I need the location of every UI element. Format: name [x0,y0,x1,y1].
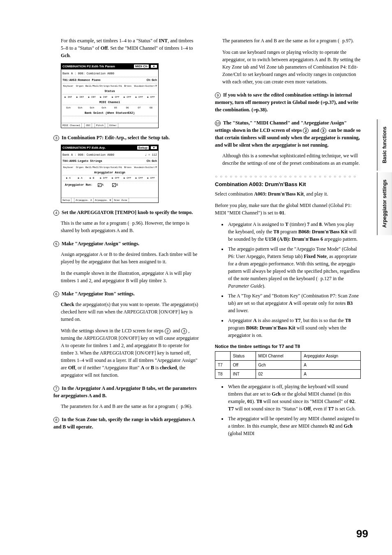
intro-paragraph: For this example, set timbres 1–4 to a "… [61,37,199,59]
step-number-icon: 6 [53,291,59,297]
right-p3: Although this is a somewhat sophisticate… [222,152,361,167]
col-arp-assign: Arpeggiator Assign [301,352,361,361]
step-4: 4 Set the ARPEGGIATOR [TEMPO] knob to sp… [53,209,199,216]
step-10: 10 The "Status," "MIDI Channel" and "Arp… [215,119,361,149]
lcd-midich-label: MIDI Channel [62,100,157,105]
col-midi-channel: MIDI Channel [256,352,301,361]
step-number-icon: 9 [215,92,221,98]
intro-text: . [69,53,71,58]
lcd-instr-row: KeyboarOrganBell/MallStringsVocal/AiBras… [62,83,157,89]
lcd-screenshot-p7: COMBINATION P7:Edit-Arp. Setup ▼ Bank A … [61,145,159,203]
list-item: The A "Top Key" and "Bottom Key" (Combin… [227,292,361,314]
step-number-icon: 3 [53,135,59,141]
step-3-text: In Combination P7: Edit-Arp., select the… [62,135,170,140]
lcd-instr-row: KeyboarOrganBell/MallStringsVocal/AiBras… [62,164,157,170]
sub-heading: Notice the timbre settings for T7 and T8 [215,343,361,350]
lcd-status-row: ▶ INT▶ INT▶ INT▶ INT▶ Off▶ Off▶ Off▶ Off [62,94,157,100]
step-5-p2: In the example shown in the illustration… [61,269,199,284]
side-tab-basic-functions: Basic functions [377,119,392,170]
lcd-t01: T01:A053:Romance Piano [62,78,100,83]
list-item: The arpeggiator will be operated by any … [227,415,361,437]
reference-icon: ☞ [339,39,342,43]
col-status: Status [230,352,256,361]
lcd-tabs: SetupArpeggia. AArpeggia. BScan Zone [61,198,158,203]
reference-icon: ☞ [178,405,181,409]
lcd-title: COMBINATION P7:Edit-Arp. [62,145,106,150]
timbre-settings-table: Status MIDI Channel Arpeggiator Assign T… [215,351,361,379]
step-7: 7 In the Arpeggiator A and Arpeggiator B… [53,385,199,399]
step-number-icon: 2 [303,128,309,134]
reference-icon: ☞ [318,277,321,281]
side-tab-arpeggiator-settings: Arpeggiator settings [377,172,392,235]
lcd-run-label: Arpeggiator Run: [65,183,92,187]
table-header-row: Status MIDI Channel Arpeggiator Assign [215,352,361,361]
step-number-icon: 10 [215,120,221,126]
step-number-icon: 5 [53,241,59,247]
step-5-p1: Assign arpeggiator A or B to the desired… [61,251,199,265]
dropdown-icon: ▼ [151,146,157,149]
right-column: The parameters for A and B are the same … [215,37,361,441]
lcd-status-label: Status [62,89,157,94]
step-9-text: If you wish to save the edited combinati… [215,92,358,113]
dropdown-icon: ▼ [151,65,157,68]
list-item: Arpeggiator A is also assigned to T7, bu… [227,317,361,339]
right-p2: You can use keyboard ranges or playing v… [222,48,361,85]
lcd-screenshot-p2: COMBINATION P2:Edit-Trk Param MIDI Ch ▼ … [61,63,159,128]
lcd-row: T01:A053:Romance Piano Ch:Gch [62,77,157,83]
checkbox-a-icon [98,183,101,187]
step-4-text: Set the ARPEGGIATOR [TEMPO] knob to spec… [62,210,193,215]
step-7-text: In the Arpeggiator A and Arpeggiator B t… [53,385,197,398]
intro-int: INT [159,38,168,44]
lcd-t04: T04:A005:Legato Strings [62,159,102,164]
checkbox-b-icon [112,183,116,187]
bullet-list-1: Arpeggiator A is assigned to T (timbre) … [227,221,361,339]
reference-icon: ☞ [129,221,132,226]
step-8-text: In the Scan Zone tab, specify the range … [53,417,195,430]
lcd-midich-row: GchGchGchGch05060708 [62,105,157,111]
right-p1: The parameters for A and B are the same … [222,37,361,44]
section-heading: Combination A003: Drum'n'Bass Kit [215,180,361,189]
lcd-assign-label: Arpeggiator Assign [62,170,157,175]
bullet-list-2: When the arpeggiator is off, playing the… [227,383,361,437]
step-4-detail: This is the same as for a program (☞p.96… [61,219,199,234]
step-number-icon: 8 [53,417,59,423]
intro-off: Off [101,45,108,51]
lcd-tempo: ♩ = 112 [145,153,157,157]
list-item: The arpeggio pattern will use the "Arpeg… [227,245,361,290]
step-number-icon: 4 [53,210,59,216]
lcd-tab-label: Setup [137,145,149,150]
reference-icon: ☞ [253,108,256,112]
lcd-banksel-label: Bank Select (When Status=EX2) [62,111,157,116]
step-7-detail: The parameters for A and B are the same … [61,403,199,410]
step-6-p1: Check the arpeggiator(s) that you want t… [61,301,199,323]
lcd-assign-row: ▶ A▶ A▶ B▶ Off▶ Off▶ Off▶ Off▶ Off [62,175,157,181]
intro-text: For this example, set timbres 1–4 to a "… [61,38,159,44]
step-8: 8 In the Scan Zone tab, specify the rang… [53,416,199,431]
lcd-tabs: MIDI ChannelOSCPitchOther [61,123,158,128]
step-10-text: The "Status," "MIDI Channel" and "Arpegg… [215,120,360,148]
right-p4: Select combination A003: Drum'n'Bass Kit… [215,190,361,198]
lcd-bank-line: Bank A : 000: Combination A000 [62,153,114,157]
list-item: Arpeggiator A is assigned to T (timbre) … [227,221,361,243]
step-9: 9 If you wish to save the edited combina… [215,91,361,113]
step-3: 3 In Combination P7: Edit-Arp., select t… [53,134,199,141]
table-row: T8 INT 02 A [215,370,361,379]
page-number: 99 [356,526,368,542]
intro-text: . Set the "MIDI Channel" of timbres 1–4 … [108,45,193,51]
step-6-p2: With the settings shown in the LCD scree… [61,327,199,379]
step-number-icon: 3 [321,128,326,134]
lcd-tab-label: MIDI Ch [134,64,149,69]
step-6: 6 Make "Arpeggiator Run" settings. [53,290,199,297]
left-column: For this example, set timbres 1–4 to a "… [53,37,199,441]
step-5-text: Make "Arpeggiator Assign" settings. [62,241,139,246]
lcd-ch: Ch:Gch [147,78,157,83]
lcd-title-bar: COMBINATION P2:Edit-Trk Param MIDI Ch ▼ [61,64,158,69]
lcd-title: COMBINATION P2:Edit-Trk Param [62,64,115,69]
step-5: 5 Make "Arpeggiator Assign" settings. [53,240,199,247]
step-6-text: Make "Arpeggiator Run" settings. [62,291,135,297]
right-p5: Before you play, make sure that the glob… [215,202,361,216]
intro-gch: Gch [61,53,69,58]
lcd-row: Bank A : 000: Combination A000 ♩ = 112 [62,152,157,158]
side-tabs: Basic functions Arpeggiator settings [377,119,392,237]
step-number-icon: 2 [165,328,171,334]
